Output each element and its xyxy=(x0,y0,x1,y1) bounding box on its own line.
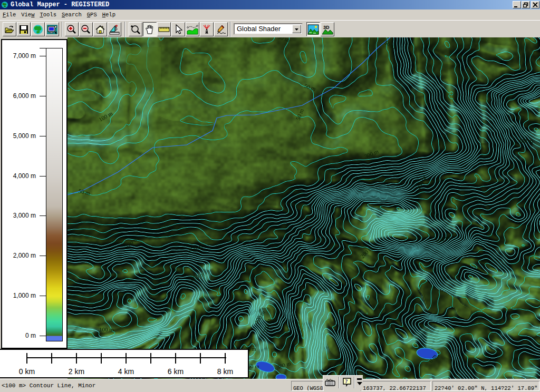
svg-text:?: ? xyxy=(345,378,348,384)
svg-text:3D: 3D xyxy=(323,25,330,30)
